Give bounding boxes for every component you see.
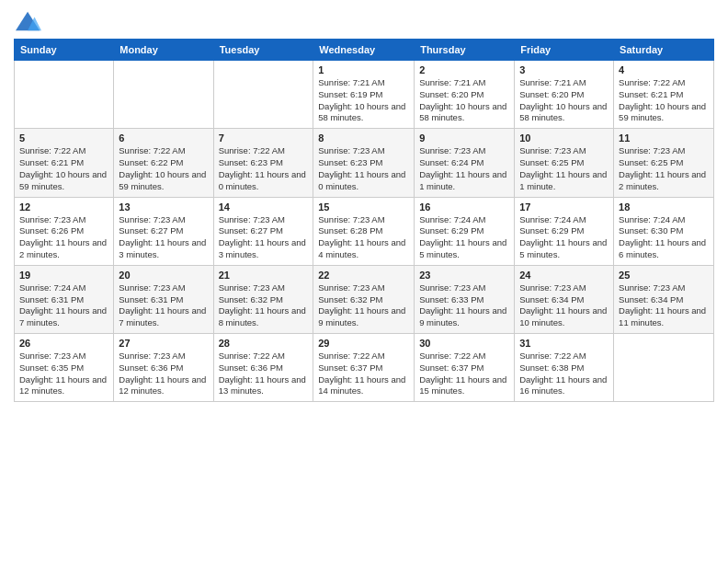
calendar-week-row: 12Sunrise: 7:23 AMSunset: 6:26 PMDayligh…	[15, 197, 714, 265]
day-info: Sunrise: 7:23 AMSunset: 6:24 PMDaylight:…	[419, 145, 509, 192]
calendar-cell: 29Sunrise: 7:22 AMSunset: 6:37 PMDayligh…	[313, 334, 415, 402]
day-info: Sunrise: 7:23 AMSunset: 6:34 PMDaylight:…	[619, 282, 709, 329]
calendar-body: 1Sunrise: 7:21 AMSunset: 6:19 PMDaylight…	[15, 61, 714, 402]
day-number: 31	[519, 338, 609, 349]
calendar-cell: 16Sunrise: 7:24 AMSunset: 6:29 PMDayligh…	[415, 197, 515, 265]
logo-icon	[16, 9, 41, 35]
calendar-cell: 4Sunrise: 7:22 AMSunset: 6:21 PMDaylight…	[614, 61, 714, 129]
calendar-cell	[114, 61, 213, 129]
day-number: 26	[19, 338, 108, 349]
calendar-cell: 2Sunrise: 7:21 AMSunset: 6:20 PMDaylight…	[415, 61, 515, 129]
day-number: 23	[419, 270, 509, 281]
day-info: Sunrise: 7:23 AMSunset: 6:35 PMDaylight:…	[19, 350, 108, 397]
calendar-cell: 24Sunrise: 7:23 AMSunset: 6:34 PMDayligh…	[515, 265, 614, 333]
calendar-week-row: 19Sunrise: 7:24 AMSunset: 6:31 PMDayligh…	[15, 265, 714, 333]
day-number: 30	[419, 338, 509, 349]
day-number: 17	[519, 201, 609, 213]
calendar-week-row: 1Sunrise: 7:21 AMSunset: 6:19 PMDaylight…	[15, 61, 714, 129]
calendar-cell: 19Sunrise: 7:24 AMSunset: 6:31 PMDayligh…	[15, 265, 114, 333]
day-info: Sunrise: 7:24 AMSunset: 6:30 PMDaylight:…	[619, 214, 709, 261]
calendar-cell: 23Sunrise: 7:23 AMSunset: 6:33 PMDayligh…	[415, 265, 515, 333]
calendar-cell: 14Sunrise: 7:23 AMSunset: 6:27 PMDayligh…	[213, 197, 313, 265]
day-info: Sunrise: 7:23 AMSunset: 6:26 PMDaylight:…	[19, 214, 108, 261]
day-number: 14	[219, 201, 309, 213]
logo	[14, 9, 41, 31]
day-info: Sunrise: 7:23 AMSunset: 6:27 PMDaylight:…	[219, 214, 309, 261]
calendar-cell: 1Sunrise: 7:21 AMSunset: 6:19 PMDaylight…	[313, 61, 415, 129]
day-info: Sunrise: 7:24 AMSunset: 6:29 PMDaylight:…	[519, 214, 609, 261]
calendar-week-row: 26Sunrise: 7:23 AMSunset: 6:35 PMDayligh…	[15, 334, 714, 402]
calendar-cell: 21Sunrise: 7:23 AMSunset: 6:32 PMDayligh…	[213, 265, 313, 333]
day-number: 28	[219, 338, 309, 349]
day-info: Sunrise: 7:22 AMSunset: 6:37 PMDaylight:…	[318, 350, 409, 397]
page-container: Sunday Monday Tuesday Wednesday Thursday…	[0, 0, 728, 411]
calendar-cell	[614, 334, 714, 402]
calendar-cell: 10Sunrise: 7:23 AMSunset: 6:25 PMDayligh…	[515, 129, 614, 197]
day-info: Sunrise: 7:22 AMSunset: 6:37 PMDaylight:…	[419, 350, 509, 397]
day-info: Sunrise: 7:23 AMSunset: 6:32 PMDaylight:…	[219, 282, 309, 329]
day-info: Sunrise: 7:23 AMSunset: 6:25 PMDaylight:…	[619, 145, 709, 192]
day-info: Sunrise: 7:22 AMSunset: 6:21 PMDaylight:…	[19, 145, 108, 192]
col-sunday: Sunday	[15, 40, 114, 61]
calendar-cell: 27Sunrise: 7:23 AMSunset: 6:36 PMDayligh…	[114, 334, 213, 402]
col-friday: Friday	[515, 40, 614, 61]
calendar-cell: 9Sunrise: 7:23 AMSunset: 6:24 PMDaylight…	[415, 129, 515, 197]
calendar-cell: 31Sunrise: 7:22 AMSunset: 6:38 PMDayligh…	[515, 334, 614, 402]
calendar-header-row: Sunday Monday Tuesday Wednesday Thursday…	[15, 40, 714, 61]
day-info: Sunrise: 7:23 AMSunset: 6:27 PMDaylight:…	[119, 214, 208, 261]
day-info: Sunrise: 7:22 AMSunset: 6:38 PMDaylight:…	[519, 350, 609, 397]
day-number: 7	[219, 132, 309, 144]
calendar-cell: 8Sunrise: 7:23 AMSunset: 6:23 PMDaylight…	[313, 129, 415, 197]
calendar-cell: 6Sunrise: 7:22 AMSunset: 6:22 PMDaylight…	[114, 129, 213, 197]
day-number: 27	[119, 338, 208, 349]
day-number: 6	[119, 132, 208, 144]
day-number: 15	[318, 201, 409, 213]
day-info: Sunrise: 7:23 AMSunset: 6:31 PMDaylight:…	[119, 282, 208, 329]
day-info: Sunrise: 7:22 AMSunset: 6:23 PMDaylight:…	[219, 145, 309, 192]
day-number: 19	[19, 270, 108, 281]
day-number: 10	[519, 132, 609, 144]
day-info: Sunrise: 7:21 AMSunset: 6:19 PMDaylight:…	[318, 77, 409, 124]
col-wednesday: Wednesday	[313, 40, 415, 61]
calendar-cell: 25Sunrise: 7:23 AMSunset: 6:34 PMDayligh…	[614, 265, 714, 333]
calendar-cell: 20Sunrise: 7:23 AMSunset: 6:31 PMDayligh…	[114, 265, 213, 333]
day-number: 22	[318, 270, 409, 281]
day-info: Sunrise: 7:23 AMSunset: 6:32 PMDaylight:…	[318, 282, 409, 329]
day-number: 20	[119, 270, 208, 281]
calendar-cell	[213, 61, 313, 129]
day-number: 21	[219, 270, 309, 281]
calendar-cell: 30Sunrise: 7:22 AMSunset: 6:37 PMDayligh…	[415, 334, 515, 402]
day-number: 13	[119, 201, 208, 213]
calendar-cell: 11Sunrise: 7:23 AMSunset: 6:25 PMDayligh…	[614, 129, 714, 197]
day-info: Sunrise: 7:22 AMSunset: 6:22 PMDaylight:…	[119, 145, 208, 192]
calendar-week-row: 5Sunrise: 7:22 AMSunset: 6:21 PMDaylight…	[15, 129, 714, 197]
day-info: Sunrise: 7:23 AMSunset: 6:23 PMDaylight:…	[318, 145, 409, 192]
calendar-cell: 3Sunrise: 7:21 AMSunset: 6:20 PMDaylight…	[515, 61, 614, 129]
calendar-cell: 13Sunrise: 7:23 AMSunset: 6:27 PMDayligh…	[114, 197, 213, 265]
header	[14, 9, 714, 31]
day-info: Sunrise: 7:23 AMSunset: 6:33 PMDaylight:…	[419, 282, 509, 329]
day-info: Sunrise: 7:23 AMSunset: 6:25 PMDaylight:…	[519, 145, 609, 192]
day-number: 5	[19, 132, 108, 144]
calendar-cell: 22Sunrise: 7:23 AMSunset: 6:32 PMDayligh…	[313, 265, 415, 333]
day-number: 1	[318, 64, 409, 75]
day-number: 16	[419, 201, 509, 213]
calendar-cell: 5Sunrise: 7:22 AMSunset: 6:21 PMDaylight…	[15, 129, 114, 197]
day-number: 25	[619, 270, 709, 281]
calendar-cell: 15Sunrise: 7:23 AMSunset: 6:28 PMDayligh…	[313, 197, 415, 265]
day-info: Sunrise: 7:21 AMSunset: 6:20 PMDaylight:…	[519, 77, 609, 124]
day-info: Sunrise: 7:23 AMSunset: 6:28 PMDaylight:…	[318, 214, 409, 261]
calendar-cell: 26Sunrise: 7:23 AMSunset: 6:35 PMDayligh…	[15, 334, 114, 402]
day-info: Sunrise: 7:21 AMSunset: 6:20 PMDaylight:…	[419, 77, 509, 124]
day-info: Sunrise: 7:24 AMSunset: 6:29 PMDaylight:…	[419, 214, 509, 261]
day-number: 18	[619, 201, 709, 213]
calendar-cell: 7Sunrise: 7:22 AMSunset: 6:23 PMDaylight…	[213, 129, 313, 197]
calendar-cell: 18Sunrise: 7:24 AMSunset: 6:30 PMDayligh…	[614, 197, 714, 265]
day-info: Sunrise: 7:24 AMSunset: 6:31 PMDaylight:…	[19, 282, 108, 329]
day-number: 9	[419, 132, 509, 144]
day-number: 3	[519, 64, 609, 75]
calendar-cell: 12Sunrise: 7:23 AMSunset: 6:26 PMDayligh…	[15, 197, 114, 265]
col-saturday: Saturday	[614, 40, 714, 61]
calendar-table: Sunday Monday Tuesday Wednesday Thursday…	[14, 39, 714, 402]
col-monday: Monday	[114, 40, 213, 61]
